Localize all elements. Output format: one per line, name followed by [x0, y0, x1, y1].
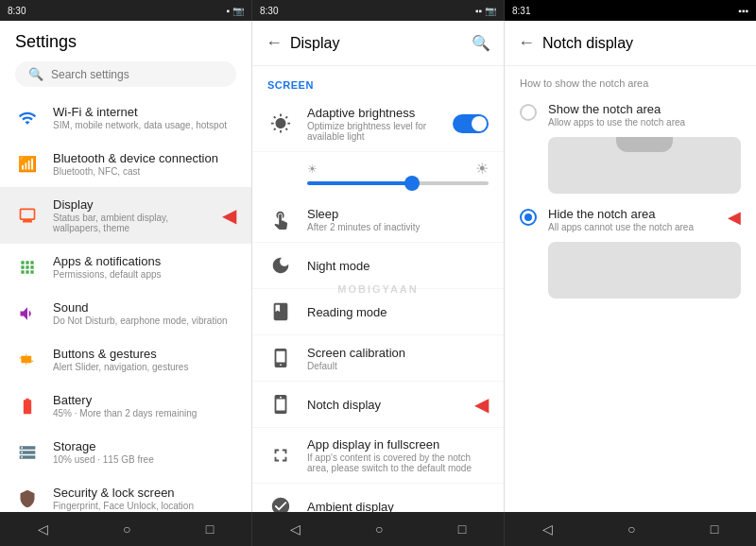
notch-arrow-indicator: ◀	[474, 393, 489, 416]
sound-text: Sound Do Not Disturb, earphone mode, vib…	[53, 300, 236, 326]
wifi-sub: SIM, mobile network, data usage, hotspot	[53, 120, 236, 130]
status-bar-mid: 8:30 ▪▪ 📷	[252, 0, 505, 21]
brightness-title: Adaptive brightness	[307, 106, 439, 120]
notch-text: Notch display	[307, 398, 457, 412]
settings-panel: Settings 🔍 Wi-Fi & internet SIM, mobile …	[0, 21, 252, 512]
wifi-title: Wi-Fi & internet	[53, 105, 236, 119]
sun-large-icon: ☀	[475, 160, 489, 178]
apps-title: Apps & notifications	[53, 254, 236, 268]
notch-hide-text: Hide the notch area All apps cannot use …	[548, 207, 716, 232]
radio-show[interactable]	[520, 104, 537, 121]
ambient-text: Ambient display	[307, 500, 489, 513]
hide-arrow-indicator: ◀	[728, 207, 741, 228]
notch-show-text: Show the notch area Allow apps to use th…	[548, 102, 741, 128]
sidebar-item-buttons[interactable]: Buttons & gestures Alert Slider, navigat…	[0, 336, 251, 383]
notch-preview-show	[548, 137, 741, 194]
search-icon-display[interactable]: 🔍	[472, 34, 490, 52]
sidebar-item-apps[interactable]: Apps & notifications Permissions, defaul…	[0, 244, 251, 290]
brightness-sub: Optimize brightness level for available …	[307, 121, 439, 142]
storage-sub: 10% used · 115 GB free	[53, 454, 236, 465]
slider-icons: ☀ ☀	[307, 160, 489, 178]
settings-title: Settings	[15, 32, 236, 52]
recent-nav-left[interactable]: □	[197, 518, 223, 540]
home-nav-left[interactable]: ○	[113, 518, 140, 540]
nightmode-title: Night mode	[307, 259, 489, 273]
notch-preview-cutout	[616, 137, 673, 152]
battery-icon	[15, 394, 40, 418]
brightness-toggle[interactable]	[453, 114, 489, 133]
sidebar-item-bluetooth[interactable]: 📶 Bluetooth & device connection Bluetoot…	[0, 141, 251, 187]
display-item-calibration[interactable]: Screen calibration Default	[252, 335, 504, 382]
calibration-title: Screen calibration	[307, 346, 489, 360]
time-left: 8:30	[8, 6, 26, 16]
brightness-thumb[interactable]	[404, 176, 420, 191]
notch-preview-hidden	[548, 242, 741, 299]
brightness-text: Adaptive brightness Optimize brightness …	[307, 106, 439, 142]
sleep-title: Sleep	[307, 207, 489, 221]
apps-sub: Permissions, default apps	[53, 269, 236, 280]
home-nav-right[interactable]: ○	[618, 518, 644, 540]
display-item-brightness[interactable]: Adaptive brightness Optimize brightness …	[252, 96, 504, 152]
display-sub: Status bar, ambient display, wallpapers,…	[53, 213, 209, 233]
display-item-fullscreen[interactable]: App display in fullscreen If app's conte…	[252, 428, 504, 484]
bottom-nav-mid: ◁ ○ □	[252, 512, 505, 546]
recent-nav-right[interactable]: □	[701, 518, 728, 540]
sound-sub: Do Not Disturb, earphone mode, vibration	[53, 316, 236, 326]
sound-icon	[15, 301, 40, 326]
settings-list: Wi-Fi & internet SIM, mobile network, da…	[0, 94, 251, 512]
fullscreen-title: App display in fullscreen	[307, 437, 489, 452]
back-nav-right[interactable]: ◁	[533, 518, 562, 540]
wifi-text: Wi-Fi & internet SIM, mobile network, da…	[53, 105, 236, 130]
back-nav-left[interactable]: ◁	[28, 518, 58, 540]
notch-option-show[interactable]: Show the notch area Allow apps to use th…	[520, 102, 741, 128]
sidebar-item-display[interactable]: Display Status bar, ambient display, wal…	[0, 187, 251, 244]
back-nav-mid[interactable]: ◁	[281, 518, 310, 540]
storage-text: Storage 10% used · 115 GB free	[53, 439, 236, 465]
display-panel: ← Display 🔍 MOBIGYAAN SCREEN Adaptive br…	[252, 21, 505, 512]
bluetooth-text: Bluetooth & device connection Bluetooth,…	[53, 151, 236, 177]
sidebar-item-storage[interactable]: Storage 10% used · 115 GB free	[0, 429, 251, 475]
display-item-ambient[interactable]: Ambient display	[252, 484, 504, 512]
bluetooth-sub: Bluetooth, NFC, cast	[53, 166, 236, 177]
notch-panel: ← Notch display How to show the notch ar…	[505, 21, 756, 512]
time-mid: 8:30	[260, 6, 278, 16]
status-icons-left: ▪ 📷	[226, 6, 244, 16]
recent-nav-mid[interactable]: □	[449, 518, 475, 540]
settings-header: Settings 🔍	[0, 21, 251, 94]
battery-sub: 45% · More than 2 days remaining	[53, 408, 236, 418]
status-icons-right: ▪▪▪	[738, 6, 748, 16]
storage-title: Storage	[53, 439, 236, 453]
notch-hide-title: Hide the notch area	[548, 207, 716, 221]
sidebar-item-battery[interactable]: Battery 45% · More than 2 days remaining	[0, 383, 251, 429]
notch-hint: How to show the notch area	[520, 77, 741, 89]
display-panel-title: Display	[290, 35, 339, 52]
sidebar-item-wifi[interactable]: Wi-Fi & internet SIM, mobile network, da…	[0, 94, 251, 141]
wifi-icon	[15, 106, 40, 130]
search-bar[interactable]: 🔍	[15, 61, 236, 87]
back-button-display[interactable]: ←	[266, 33, 283, 53]
security-title: Security & lock screen	[53, 486, 236, 500]
sidebar-item-sound[interactable]: Sound Do Not Disturb, earphone mode, vib…	[0, 290, 251, 336]
section-screen-label: SCREEN	[252, 66, 504, 96]
apps-icon	[15, 255, 40, 280]
sidebar-item-security[interactable]: Security & lock screen Fingerprint, Face…	[0, 475, 251, 512]
display-icon	[15, 203, 40, 228]
display-item-nightmode[interactable]: Night mode	[252, 243, 504, 289]
back-button-notch[interactable]: ←	[518, 33, 535, 53]
home-nav-mid[interactable]: ○	[366, 518, 392, 540]
display-item-sleep[interactable]: Sleep After 2 minutes of inactivity	[252, 196, 504, 243]
fullscreen-sub: If app's content is covered by the notch…	[307, 452, 489, 473]
buttons-icon	[15, 348, 40, 372]
search-input[interactable]	[51, 68, 223, 81]
calibration-icon	[267, 345, 294, 371]
nightmode-icon	[267, 252, 294, 279]
brightness-slider[interactable]	[307, 181, 489, 185]
display-item-notch[interactable]: Notch display ◀	[252, 382, 504, 428]
notch-option-hide[interactable]: Hide the notch area All apps cannot use …	[520, 207, 741, 232]
ambient-icon	[267, 493, 294, 512]
status-bar-right: 8:31 ▪▪▪	[505, 0, 756, 21]
display-item-reading[interactable]: Reading mode	[252, 289, 504, 335]
search-icon: 🔍	[28, 67, 43, 81]
fullscreen-text: App display in fullscreen If app's conte…	[307, 437, 489, 473]
radio-hide[interactable]	[520, 209, 537, 226]
